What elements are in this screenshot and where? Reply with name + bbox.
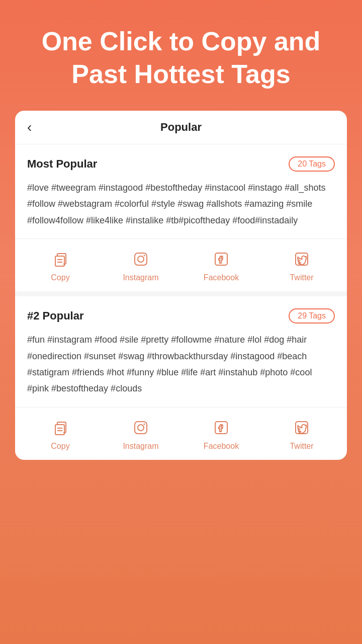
twitter-icon-1 <box>291 248 313 270</box>
twitter-action-2[interactable]: Twitter <box>272 417 332 451</box>
instagram-label-1: Instagram <box>123 273 158 282</box>
hero-title: One Click to Copy and Past Hottest Tags <box>0 0 362 111</box>
svg-point-13 <box>144 423 145 425</box>
section-second-popular: #2 Popular 29 Tags #fun #instagram #food… <box>15 296 347 407</box>
section-header-2: #2 Popular 29 Tags <box>27 308 335 324</box>
twitter-label-2: Twitter <box>290 442 313 451</box>
section-divider <box>15 291 347 296</box>
section-title-2: #2 Popular <box>27 309 83 323</box>
svg-rect-8 <box>55 425 64 435</box>
facebook-icon-2 <box>210 417 232 439</box>
twitter-action-1[interactable]: Twitter <box>272 248 332 282</box>
instagram-action-1[interactable]: Instagram <box>111 248 171 282</box>
copy-action-2[interactable]: Copy <box>30 417 90 451</box>
svg-point-4 <box>138 256 144 262</box>
svg-point-12 <box>138 425 144 431</box>
card-header: ‹ Popular <box>15 111 347 144</box>
card-title: Popular <box>160 121 202 134</box>
copy-icon-1 <box>49 248 71 270</box>
tag-count-badge-1: 20 Tags <box>289 156 335 172</box>
copy-label-1: Copy <box>51 273 69 282</box>
instagram-action-2[interactable]: Instagram <box>111 417 171 451</box>
section-header-1: Most Popular 20 Tags <box>27 156 335 172</box>
facebook-label-2: Facebook <box>204 442 239 451</box>
action-bar-1: Copy Instagram Facebook <box>15 239 347 291</box>
facebook-label-1: Facebook <box>204 273 239 282</box>
tag-count-badge-2: 29 Tags <box>289 308 335 324</box>
facebook-icon-1 <box>210 248 232 270</box>
copy-label-2: Copy <box>51 442 69 451</box>
twitter-icon-2 <box>291 417 313 439</box>
hashtags-text-1: #love #tweegram #instagood #bestoftheday… <box>27 180 335 238</box>
svg-rect-11 <box>135 422 147 434</box>
instagram-label-2: Instagram <box>123 442 158 451</box>
copy-icon-2 <box>49 417 71 439</box>
back-button[interactable]: ‹ <box>27 119 32 135</box>
svg-rect-3 <box>135 253 147 265</box>
svg-rect-0 <box>55 256 64 266</box>
section-title-1: Most Popular <box>27 157 97 171</box>
facebook-action-2[interactable]: Facebook <box>191 417 251 451</box>
twitter-label-1: Twitter <box>290 273 313 282</box>
section-most-popular: Most Popular 20 Tags #love #tweegram #in… <box>15 144 347 238</box>
instagram-icon-2 <box>130 417 152 439</box>
action-bar-2: Copy Instagram Facebook <box>15 408 347 460</box>
main-card: ‹ Popular Most Popular 20 Tags #love #tw… <box>15 111 347 460</box>
facebook-action-1[interactable]: Facebook <box>191 248 251 282</box>
copy-action-1[interactable]: Copy <box>30 248 90 282</box>
hashtags-text-2: #fun #instagram #food #sile #pretty #fol… <box>27 332 335 407</box>
instagram-icon-1 <box>130 248 152 270</box>
svg-point-5 <box>144 255 145 257</box>
